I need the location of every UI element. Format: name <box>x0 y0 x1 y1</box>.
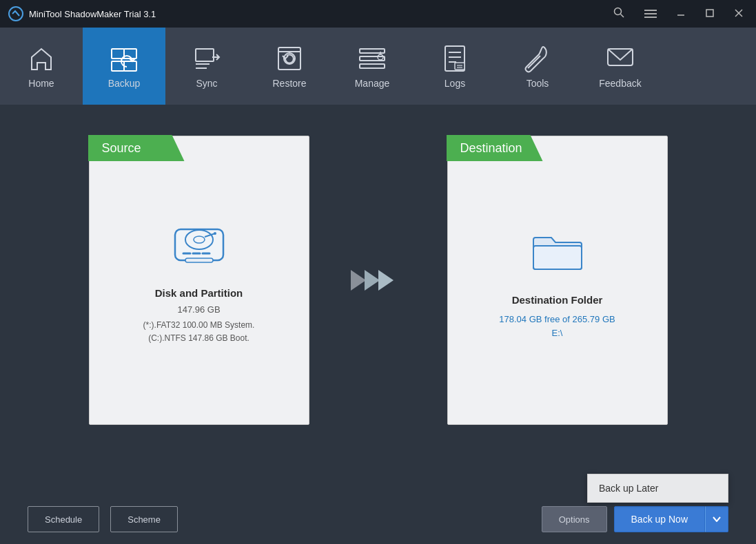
svg-rect-30 <box>455 63 464 70</box>
bottom-right-buttons: Options Back up Now <box>542 506 728 532</box>
app-title: MiniTool ShadowMaker Trial 3.1 <box>29 9 156 19</box>
destination-card[interactable]: Destination Destination Folder 178.04 GB… <box>447 136 668 425</box>
source-header-label: Source <box>102 141 141 156</box>
close-icon[interactable] <box>730 4 748 24</box>
source-desc-line1: (*:).FAT32 100.00 MB System. <box>143 320 255 330</box>
bottom-left-buttons: Schedule Scheme <box>28 506 178 532</box>
svg-rect-14 <box>196 49 214 61</box>
minimize-icon[interactable] <box>672 4 690 24</box>
logs-icon <box>440 43 470 74</box>
search-icon[interactable] <box>609 3 629 25</box>
home-icon <box>26 43 57 74</box>
svg-rect-43 <box>185 258 213 262</box>
source-card[interactable]: Source <box>89 136 309 425</box>
feedback-icon <box>605 43 635 74</box>
nav-item-home[interactable]: Home <box>0 28 83 105</box>
svg-marker-44 <box>351 270 366 291</box>
destination-content: Destination Folder 178.04 GB free of 265… <box>448 136 667 424</box>
backup-dropdown-menu: Back up Later <box>587 474 728 503</box>
svg-point-1 <box>615 8 622 14</box>
backup-later-item[interactable]: Back up Later <box>588 474 728 502</box>
nav-item-logs[interactable]: Logs <box>413 28 496 105</box>
nav-item-tools[interactable]: Tools <box>496 28 579 105</box>
source-title: Disk and Partition <box>155 287 243 299</box>
scheme-button[interactable]: Scheme <box>110 506 178 532</box>
destination-path: E:\ <box>552 328 563 338</box>
svg-rect-18 <box>278 48 300 70</box>
restore-icon <box>274 43 305 74</box>
source-header: Source <box>88 135 185 161</box>
titlebar: MiniTool ShadowMaker Trial 3.1 <box>0 0 756 28</box>
destination-header: Destination <box>447 135 543 161</box>
svg-marker-45 <box>365 270 380 291</box>
source-content: Disk and Partition 147.96 GB (*:).FAT32 … <box>90 136 309 424</box>
svg-rect-23 <box>360 64 385 68</box>
titlebar-left: MiniTool ShadowMaker Trial 3.1 <box>8 6 156 21</box>
disk-icon <box>168 216 230 273</box>
nav-label-restore: Restore <box>272 78 306 89</box>
nav-label-sync: Sync <box>196 78 217 89</box>
nav-item-restore[interactable]: Restore <box>248 28 331 105</box>
nav-label-backup: Backup <box>108 78 141 89</box>
chevron-down-icon <box>713 516 721 522</box>
source-desc-line2: (C:).NTFS 147.86 GB Boot. <box>148 333 249 343</box>
menu-icon[interactable] <box>640 4 661 24</box>
nav-label-feedback: Feedback <box>599 78 641 89</box>
forward-arrow-icon <box>351 263 406 297</box>
main-content: Source <box>0 105 756 449</box>
svg-rect-10 <box>112 49 124 59</box>
nav-item-feedback[interactable]: Feedback <box>579 28 662 105</box>
nav-label-tools: Tools <box>527 78 549 89</box>
sync-icon <box>192 43 222 74</box>
source-size: 147.96 GB <box>177 304 220 315</box>
destination-title: Destination Folder <box>512 294 603 306</box>
options-button[interactable]: Options <box>542 506 607 532</box>
arrow-container <box>351 263 406 297</box>
svg-point-39 <box>214 232 216 235</box>
tools-icon <box>522 43 553 74</box>
maximize-icon[interactable] <box>701 4 719 24</box>
svg-rect-47 <box>533 246 582 269</box>
nav-label-logs: Logs <box>445 78 465 89</box>
navbar: Home Backup Sync Re <box>0 28 756 105</box>
nav-label-manage: Manage <box>355 78 390 89</box>
nav-item-sync[interactable]: Sync <box>165 28 248 105</box>
backup-icon <box>109 43 139 74</box>
svg-marker-46 <box>378 270 394 291</box>
nav-item-manage[interactable]: Manage <box>331 28 413 105</box>
svg-line-33 <box>528 56 540 68</box>
source-desc: (*:).FAT32 100.00 MB System. (C:).NTFS 1… <box>143 319 255 345</box>
folder-icon <box>527 222 589 280</box>
app-logo <box>8 6 23 21</box>
manage-icon <box>357 43 387 74</box>
backup-dropdown-button[interactable] <box>705 506 728 532</box>
schedule-button[interactable]: Schedule <box>28 506 99 532</box>
svg-point-0 <box>9 7 23 21</box>
destination-free-space: 178.04 GB free of 265.79 GB <box>499 311 615 327</box>
svg-rect-7 <box>706 10 713 17</box>
titlebar-controls <box>609 3 748 25</box>
destination-header-label: Destination <box>460 141 522 156</box>
backup-now-button[interactable]: Back up Now <box>614 506 705 532</box>
svg-line-2 <box>621 14 624 17</box>
backup-button-group: Back up Now <box>614 506 728 532</box>
nav-item-backup[interactable]: Backup <box>83 28 165 105</box>
nav-label-home: Home <box>28 78 54 89</box>
